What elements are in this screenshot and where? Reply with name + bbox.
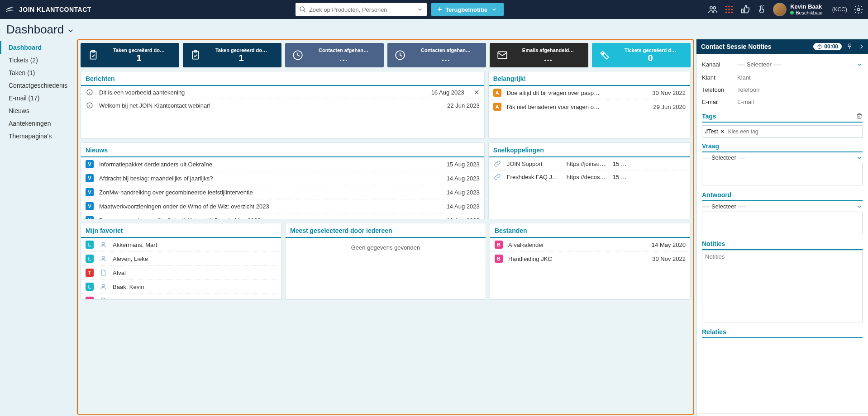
kpi-card[interactable]: Emails afgehandeld…… xyxy=(490,43,588,67)
list-item[interactable]: Dit is een voorbeeld aantekening16 Aug 2… xyxy=(81,86,484,99)
svg-point-34 xyxy=(102,284,104,287)
kpi-value: … xyxy=(409,53,482,63)
people-icon[interactable] xyxy=(708,5,718,14)
item-text: Doe mee aan de enquête Selectielijst arc… xyxy=(99,217,441,220)
vraag-textarea[interactable] xyxy=(702,163,863,185)
sidebar-item[interactable]: Taken (1) xyxy=(0,66,77,79)
antwoord-textarea[interactable] xyxy=(702,212,863,234)
card-header: Nieuws xyxy=(81,143,484,157)
list-item[interactable]: ARik niet benaderen voor vragen o…29 Jun… xyxy=(489,100,690,113)
logo-icon xyxy=(5,4,15,15)
search-input[interactable] xyxy=(309,6,413,13)
badge-icon: L xyxy=(86,241,94,249)
list-item[interactable]: VAfdracht bij beslag: maandelijks of jaa… xyxy=(81,171,484,185)
sidebar-item[interactable]: Nieuws xyxy=(0,104,77,117)
email-input[interactable] xyxy=(737,99,863,105)
list-item[interactable]: BAfvalkalender14 May 2020 xyxy=(490,238,690,252)
callback-note-label: Terugbelnotitie xyxy=(445,6,487,13)
item-date: 14 Aug 2023 xyxy=(447,203,480,210)
thumbs-up-icon[interactable] xyxy=(740,5,750,14)
card-header: Mijn favoriet xyxy=(81,223,281,238)
item-text: Handleiding JKC xyxy=(508,255,647,262)
item-url: https://decos.f… xyxy=(567,174,607,180)
svg-line-1 xyxy=(304,10,305,12)
close-icon[interactable]: ✕ xyxy=(720,128,725,135)
trash-icon[interactable] xyxy=(856,113,863,119)
kpi-card[interactable]: Taken gecreëerd do…1 xyxy=(183,43,281,67)
pin-icon[interactable] xyxy=(846,43,853,50)
item-text: Doe altijd dit bij vragen over pasp… xyxy=(507,90,647,96)
sidebar-item[interactable]: Dashboard xyxy=(0,41,77,54)
sidebar-item[interactable]: Contactgeschiedenis xyxy=(0,79,77,92)
svg-point-0 xyxy=(300,7,304,11)
chevron-down-icon[interactable] xyxy=(67,27,75,35)
callback-note-button[interactable]: + Terugbelnotitie xyxy=(431,3,504,16)
antwoord-select[interactable]: ---- Selecteer ---- xyxy=(702,201,863,212)
list-item[interactable]: VZonMw-handreiking over gecombineerde le… xyxy=(81,185,484,199)
badge-icon: B xyxy=(495,241,503,249)
list-item[interactable]: LBaak, Kevin xyxy=(81,280,281,294)
list-item[interactable]: BHandleiding JKC30 Nov 2022 xyxy=(490,252,690,265)
sidebar-item[interactable]: Themapagina's xyxy=(0,130,77,142)
item-text: Baak, Kevin xyxy=(113,284,277,290)
kpi-value: … xyxy=(511,53,585,63)
sidebar-item[interactable]: Tickets (2) xyxy=(0,54,77,66)
clock-icon xyxy=(391,49,409,61)
list-item[interactable]: VInformatiepakket derdelanders uit Oekra… xyxy=(81,157,484,171)
list-item[interactable]: Welkom bij het JOIN Klantcontact webinar… xyxy=(81,99,484,112)
item-date: 15 … xyxy=(613,174,629,180)
user-menu[interactable]: Kevin Baak Beschikbaar xyxy=(773,3,823,16)
item-name: JOIN Support xyxy=(507,161,561,167)
sidebar-item[interactable]: E-mail (17) xyxy=(0,92,77,104)
kpi-label: Taken gecreëerd do… xyxy=(102,47,176,53)
badge-icon: T xyxy=(86,269,94,277)
list-item[interactable]: VMaatwerkvoorzieningen onder de Wmo of d… xyxy=(81,199,484,213)
kpi-label: Emails afgehandeld… xyxy=(511,47,585,53)
clock-icon xyxy=(289,49,307,61)
page-title: Dashboard xyxy=(6,23,64,37)
card-header: Berichten xyxy=(81,71,484,86)
kpi-row: Taken gecreëerd do…1Taken gecreëerd do…1… xyxy=(81,43,691,67)
gear-icon[interactable] xyxy=(854,5,863,14)
svg-point-12 xyxy=(731,12,733,14)
list-item[interactable]: Freshdesk FAQ Jo…https://decos.f…15 … xyxy=(489,170,690,183)
kanaal-select[interactable]: ---- Selecteer ---- xyxy=(737,60,863,69)
svg-point-11 xyxy=(728,12,730,14)
kpi-card[interactable]: Tickets gecreëerd d…0 xyxy=(592,43,691,67)
tag-chip[interactable]: #Test✕ xyxy=(705,128,725,135)
badge-icon: B xyxy=(86,297,94,299)
klant-input[interactable] xyxy=(737,74,863,81)
dialpad-icon[interactable] xyxy=(724,5,734,14)
stopwatch-icon xyxy=(817,44,822,49)
chevron-down-icon[interactable] xyxy=(417,6,423,13)
list-item[interactable]: LAkkermans, Mart xyxy=(81,238,281,252)
list-item[interactable]: VDoe mee aan de enquête Selectielijst ar… xyxy=(81,213,484,219)
list-item[interactable]: JOIN Supporthttps://joinsup…15 … xyxy=(489,157,690,170)
svg-point-33 xyxy=(102,256,104,259)
collapse-icon[interactable] xyxy=(857,43,863,50)
global-search[interactable] xyxy=(296,3,427,16)
notities-textarea[interactable] xyxy=(702,250,863,322)
badge-icon: V xyxy=(86,188,94,196)
page-title-bar: Dashboard xyxy=(0,19,868,39)
card-header: Meest geselecteerd door iedereen xyxy=(286,223,486,238)
sidebar-item[interactable]: Aantekeningen xyxy=(0,117,77,130)
person-icon xyxy=(99,241,107,248)
antwoord-title: Antwoord xyxy=(702,191,731,199)
kpi-label: Contacten afgehan… xyxy=(307,47,380,53)
svg-point-4 xyxy=(725,6,727,8)
kpi-card[interactable]: Contacten afgehan…… xyxy=(285,43,384,67)
tags-input-area[interactable]: #Test✕ xyxy=(702,125,863,138)
kpi-card[interactable]: Contacten afgehan…… xyxy=(387,43,486,67)
list-item[interactable]: LAleven, Lieke xyxy=(81,252,281,266)
vraag-select[interactable]: ---- Selecteer ---- xyxy=(702,152,863,163)
list-item[interactable]: ADoe altijd dit bij vragen over pasp…30 … xyxy=(489,86,690,100)
touch-icon[interactable] xyxy=(757,5,767,14)
close-icon[interactable] xyxy=(473,89,480,95)
kpi-card[interactable]: Taken gecreëerd do…1 xyxy=(81,43,179,67)
list-item[interactable]: BAfvalkalender xyxy=(81,294,281,299)
badge-icon: L xyxy=(86,255,94,263)
list-item[interactable]: TAfval xyxy=(81,266,281,280)
telefoon-input[interactable] xyxy=(737,86,863,93)
tag-input[interactable] xyxy=(728,128,859,135)
